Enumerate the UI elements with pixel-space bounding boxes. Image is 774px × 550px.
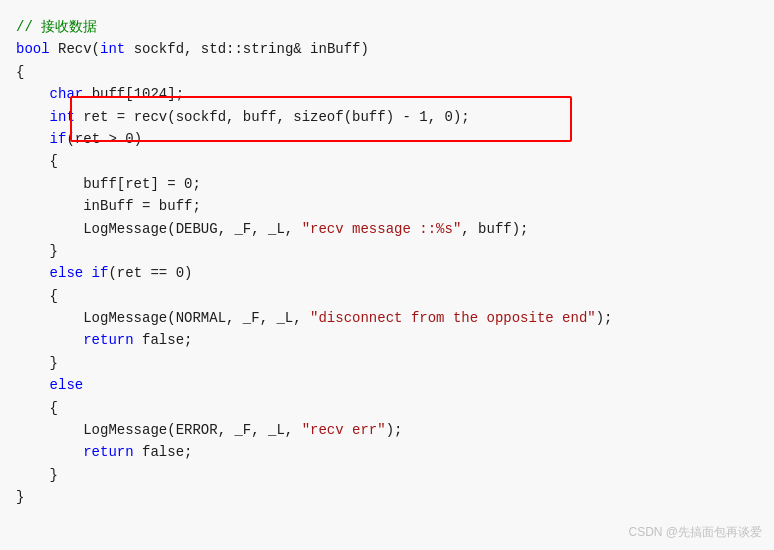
code-line: buff[ret] = 0; (16, 173, 758, 195)
code-token: else (50, 374, 84, 396)
code-token: ); (596, 307, 613, 329)
code-token: "disconnect from the opposite end" (310, 307, 596, 329)
code-line: int ret = recv(sockfd, buff, sizeof(buff… (16, 106, 758, 128)
code-block: // 接收数据bool Recv(int sockfd, std::string… (16, 16, 758, 509)
watermark: CSDN @先搞面包再谈爱 (628, 523, 762, 542)
code-line: LogMessage(ERROR, _F, _L, "recv err"); (16, 419, 758, 441)
code-token: char (16, 83, 92, 105)
code-token: sockfd, std::string& inBuff) (125, 38, 369, 60)
code-line: char buff[1024]; (16, 83, 758, 105)
code-token: ); (386, 419, 403, 441)
code-line: bool Recv(int sockfd, std::string& inBuf… (16, 38, 758, 60)
code-token: return (83, 329, 133, 351)
code-token: false; (134, 441, 193, 463)
code-line: { (16, 61, 758, 83)
code-token: if (50, 128, 67, 150)
code-token: LogMessage(ERROR, _F, _L, (16, 419, 302, 441)
code-token (16, 262, 50, 284)
code-token: Recv( (58, 38, 100, 60)
code-token: false; (134, 329, 193, 351)
code-token: } (16, 486, 24, 508)
code-line: } (16, 352, 758, 374)
code-token (16, 374, 50, 396)
code-token: (ret > 0) (66, 128, 142, 150)
code-token (16, 329, 83, 351)
code-token: int (100, 38, 125, 60)
code-line: LogMessage(NORMAL, _F, _L, "disconnect f… (16, 307, 758, 329)
code-token: bool (16, 38, 58, 60)
code-token: ret = recv(sockfd, buff, sizeof(buff) - … (83, 106, 469, 128)
code-line: } (16, 486, 758, 508)
code-line: if(ret > 0) (16, 128, 758, 150)
code-token: { (16, 61, 24, 83)
code-token: return (83, 441, 133, 463)
code-token: inBuff = buff; (16, 195, 201, 217)
code-line: LogMessage(DEBUG, _F, _L, "recv message … (16, 218, 758, 240)
code-token: "recv message ::%s" (302, 218, 462, 240)
code-token: // 接收数据 (16, 16, 97, 38)
code-token: } (16, 464, 58, 486)
code-token: } (16, 352, 58, 374)
code-token: "recv err" (302, 419, 386, 441)
code-token: buff[1024]; (92, 83, 184, 105)
code-line: return false; (16, 329, 758, 351)
code-line: // 接收数据 (16, 16, 758, 38)
code-line: { (16, 285, 758, 307)
code-line: { (16, 397, 758, 419)
code-token: int (16, 106, 83, 128)
code-token: else if (50, 262, 109, 284)
code-token: buff[ret] = 0; (16, 173, 201, 195)
code-token: , buff); (461, 218, 528, 240)
code-token: LogMessage(NORMAL, _F, _L, (16, 307, 310, 329)
code-token: LogMessage(DEBUG, _F, _L, (16, 218, 302, 240)
code-container: // 接收数据bool Recv(int sockfd, std::string… (0, 0, 774, 550)
code-line: else (16, 374, 758, 396)
code-token: { (16, 150, 58, 172)
code-token: { (16, 397, 58, 419)
code-line: } (16, 464, 758, 486)
code-line: { (16, 150, 758, 172)
code-token: { (16, 285, 58, 307)
code-line: return false; (16, 441, 758, 463)
code-token: (ret == 0) (108, 262, 192, 284)
code-line: else if(ret == 0) (16, 262, 758, 284)
code-token (16, 441, 83, 463)
code-line: } (16, 240, 758, 262)
code-token: } (16, 240, 58, 262)
code-token (16, 128, 50, 150)
code-line: inBuff = buff; (16, 195, 758, 217)
